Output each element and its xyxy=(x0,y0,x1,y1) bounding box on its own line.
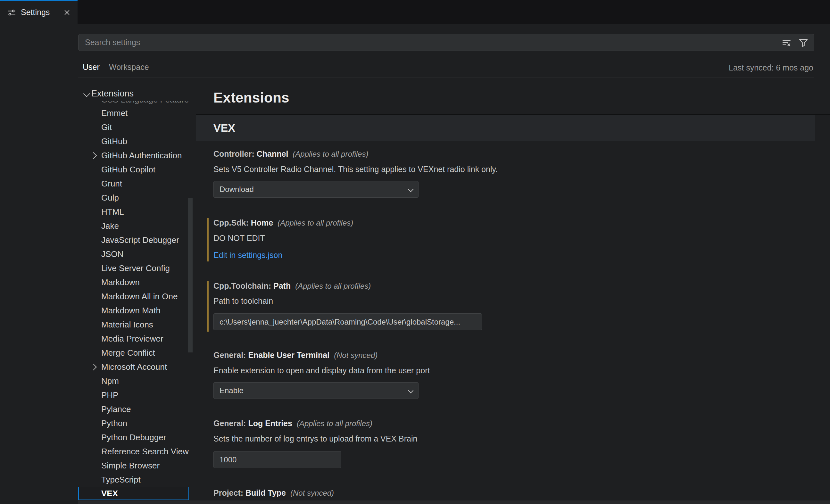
sidebar-item-label: Emmet xyxy=(101,108,128,118)
setting-title: Cpp.Toolchain: Path(Applies to all profi… xyxy=(214,281,371,291)
tab-workspace[interactable]: Workspace xyxy=(109,62,149,72)
setting-category: Cpp.Toolchain: xyxy=(214,281,274,290)
sidebar-item-label: Media Previewer xyxy=(101,334,163,344)
sidebar-item-json[interactable]: JSON xyxy=(78,247,189,261)
sidebar-item-label: Git xyxy=(101,122,112,132)
sidebar-item-label: Gulp xyxy=(101,193,119,203)
setting-input-path[interactable] xyxy=(214,313,482,330)
setting-dropdown-channel[interactable]: Download xyxy=(214,181,418,198)
setting-description: Path to toolchain xyxy=(214,296,273,306)
setting-scope-note: (Applies to all profiles) xyxy=(295,282,371,290)
tab-user[interactable]: User xyxy=(83,62,100,72)
last-synced-status: Last synced: 6 mos ago xyxy=(729,63,813,72)
dropdown-selected-value: Download xyxy=(214,185,408,194)
close-tab-icon[interactable] xyxy=(63,8,71,17)
sidebar-item-reference-search-view[interactable]: Reference Search View xyxy=(78,444,189,459)
setting-category: Cpp.Sdk: xyxy=(214,218,251,227)
setting-scope-note: (Applies to all profiles) xyxy=(278,219,353,227)
sidebar-item-label: Reference Search View xyxy=(101,447,189,456)
sidebar-item-gulp[interactable]: Gulp xyxy=(78,191,189,205)
setting-name: Home xyxy=(251,218,273,227)
setting-dropdown-enable-user-terminal[interactable]: Enable xyxy=(214,382,418,399)
setting-title: Project: Build Type(Not synced) xyxy=(214,488,334,498)
sidebar-item-emmet[interactable]: Emmet xyxy=(78,106,189,120)
setting-category: Project: xyxy=(214,488,246,497)
sidebar-item-python-debugger[interactable]: Python Debugger xyxy=(78,430,189,444)
sidebar-item-github-copilot[interactable]: GitHub Copilot xyxy=(78,162,189,177)
sidebar-item-label: HTML xyxy=(101,207,124,217)
settings-tab[interactable]: Settings xyxy=(0,0,77,24)
sidebar-item-extensions-root[interactable]: Extensions xyxy=(78,86,189,101)
sidebar-item-label: GitHub Authentication xyxy=(101,151,182,160)
sidebar-item-label: GitHub Copilot xyxy=(101,165,155,175)
sidebar-item-label: Python Debugger xyxy=(101,433,166,442)
sidebar-item-label: Live Server Config xyxy=(101,263,170,273)
sidebar-item-markdown-all-in-one[interactable]: Markdown All in One xyxy=(78,289,189,304)
section-header-vex: VEX xyxy=(196,115,815,141)
sidebar-item-clipped[interactable]: CSS Language Features xyxy=(78,101,189,106)
sidebar-item-jake[interactable]: Jake xyxy=(78,219,189,233)
bottom-scrollbar-track[interactable] xyxy=(78,501,830,504)
sidebar-item-label: JavaScript Debugger xyxy=(101,235,179,245)
sidebar-item-label: Simple Browser xyxy=(101,461,160,471)
filter-funnel-icon[interactable] xyxy=(798,37,809,48)
sidebar-item-microsoft-account[interactable]: Microsoft Account xyxy=(78,360,189,374)
setting-input-log-entries[interactable] xyxy=(214,451,341,468)
edit-in-settings-json-link[interactable]: Edit in settings.json xyxy=(214,251,282,260)
sidebar-item-label: TypeScript xyxy=(101,475,141,485)
sidebar-item-markdown-math[interactable]: Markdown Math xyxy=(78,304,189,317)
setting-title: Cpp.Sdk: Home(Applies to all profiles) xyxy=(214,218,353,227)
settings-body: Extensions VEX Controller: Channel(Appli… xyxy=(196,81,830,500)
setting-modified-indicator xyxy=(207,218,209,261)
sidebar-item-php[interactable]: PHP xyxy=(78,388,189,402)
sidebar-item-python[interactable]: Python xyxy=(78,416,189,430)
sidebar-item-pylance[interactable]: Pylance xyxy=(78,402,189,416)
sidebar-item-simple-browser[interactable]: Simple Browser xyxy=(78,459,189,473)
setting-scope-note: (Not synced) xyxy=(290,489,334,497)
sidebar-item-label: Markdown All in One xyxy=(101,291,178,302)
setting-title: Controller: Channel(Applies to all profi… xyxy=(214,149,368,159)
sidebar-item-material-icons[interactable]: Material Icons xyxy=(78,317,189,332)
sidebar-item-typescript[interactable]: TypeScript xyxy=(78,473,189,487)
sidebar-item-npm[interactable]: Npm xyxy=(78,374,189,388)
page-title: Extensions xyxy=(214,90,289,106)
sidebar-item-javascript-debugger[interactable]: JavaScript Debugger xyxy=(78,233,189,247)
chevron-down-icon xyxy=(408,187,418,191)
setting-modified-indicator xyxy=(207,281,209,332)
sidebar-item-merge-conflict[interactable]: Merge Conflict xyxy=(78,346,189,360)
settings-toc-tree: Extensions CSS Language Features EmmetGi… xyxy=(78,86,189,500)
setting-title: General: Log Entries(Applies to all prof… xyxy=(214,419,372,428)
sidebar-item-media-previewer[interactable]: Media Previewer xyxy=(78,332,189,346)
setting-description: Enable extension to open and display dat… xyxy=(214,366,430,375)
chevron-down-icon xyxy=(83,90,90,97)
setting-name: Log Entries xyxy=(248,419,292,428)
sidebar-item-label: VEX xyxy=(101,489,118,499)
setting-scope-note: (Applies to all profiles) xyxy=(293,150,368,158)
setting-title: General: Enable User Terminal(Not synced… xyxy=(214,350,378,360)
sidebar-item-label: GitHub xyxy=(101,136,127,147)
setting-description: Sets the number of log entrys to upload … xyxy=(214,434,417,443)
sidebar-item-git[interactable]: Git xyxy=(78,120,189,134)
tree-scrollbar-thumb[interactable] xyxy=(188,198,193,352)
setting-description: Sets V5 Controller Radio Channel. This s… xyxy=(214,165,498,174)
sidebar-item-github-authentication[interactable]: GitHub Authentication xyxy=(78,148,189,162)
sidebar-item-html[interactable]: HTML xyxy=(78,205,189,219)
settings-search-box xyxy=(78,34,814,51)
sidebar-item-label: Markdown xyxy=(101,278,140,287)
sidebar-item-grunt[interactable]: Grunt xyxy=(78,177,189,191)
sidebar-item-label: Merge Conflict xyxy=(101,348,155,358)
sidebar-item-github[interactable]: GitHub xyxy=(78,134,189,148)
search-input[interactable] xyxy=(78,34,781,51)
sidebar-item-vex[interactable]: VEX xyxy=(78,487,189,500)
sidebar-item-label: Microsoft Account xyxy=(101,362,167,372)
clear-search-filters-icon[interactable] xyxy=(781,37,792,48)
sidebar-item-label: Python xyxy=(101,418,127,429)
sidebar-item-label: JSON xyxy=(101,249,123,259)
chevron-down-icon xyxy=(408,389,418,392)
setting-scope-note: (Applies to all profiles) xyxy=(297,419,372,428)
sidebar-item-markdown[interactable]: Markdown xyxy=(78,275,189,289)
sidebar-item-live-server-config[interactable]: Live Server Config xyxy=(78,261,189,275)
sidebar-item-label: Material Icons xyxy=(101,320,153,330)
scope-tabs-divider xyxy=(78,77,814,78)
chevron-right-icon xyxy=(91,365,101,370)
